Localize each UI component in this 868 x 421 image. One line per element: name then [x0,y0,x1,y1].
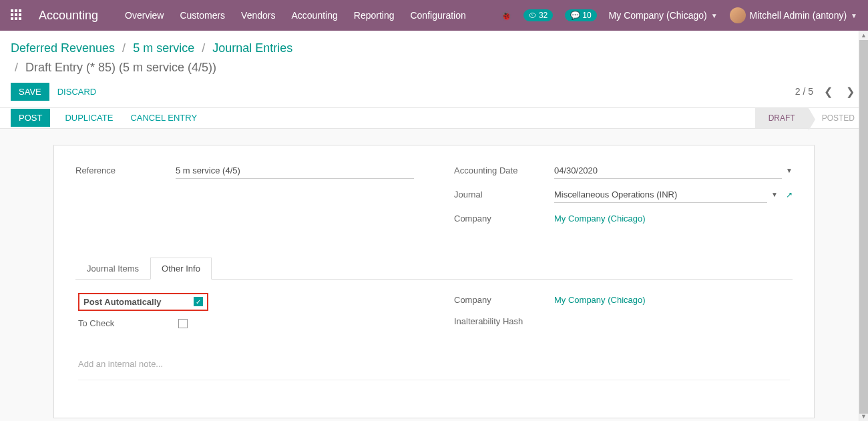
status-draft[interactable]: DRAFT [755,108,809,128]
breadcrumb-deferred-revenues[interactable]: Deferred Revenues [11,41,115,55]
message-badge[interactable]: 💬 10 [565,9,596,21]
breadcrumb-journal-entries[interactable]: Journal Entries [212,41,292,55]
external-link-icon[interactable]: ↗ [786,190,793,199]
form-background: Reference Accounting Date ▼ Journal [0,129,868,421]
hash-label: Inalterability Hash [454,316,554,326]
menu-overview[interactable]: Overview [125,10,164,21]
app-name[interactable]: Accounting [39,9,98,23]
scrollbar[interactable]: ▲ ▼ [859,31,868,421]
other-company-label: Company [454,295,554,305]
tab-other-info[interactable]: Other Info [150,258,212,280]
form-sheet: Reference Accounting Date ▼ Journal [53,145,815,418]
accounting-date-label: Accounting Date [454,165,554,175]
apps-icon[interactable] [11,9,23,21]
tab-header: Journal Items Other Info [75,258,793,280]
main-menu: Overview Customers Vendors Accounting Re… [125,10,501,21]
pager-next-icon[interactable]: ❯ [843,85,857,98]
statusbar: DRAFT POSTED [755,108,868,128]
scroll-up-icon[interactable]: ▲ [859,31,868,40]
post-automatically-highlight: Post Automatically ✓ [78,293,208,311]
chevron-down-icon[interactable]: ▼ [771,191,778,198]
to-check-label: To Check [78,318,178,328]
cancel-entry-button[interactable]: CANCEL ENTRY [128,109,200,127]
avatar [730,7,746,23]
top-navbar: Accounting Overview Customers Vendors Ac… [0,0,868,31]
company-label: Company [454,214,554,224]
company-switcher[interactable]: My Company (Chicago) ▼ [609,10,718,21]
menu-configuration[interactable]: Configuration [410,10,465,21]
debug-icon[interactable]: 🐞 [501,11,511,21]
message-count: 10 [582,11,591,20]
control-panel: Deferred Revenues / 5 m service / Journa… [0,31,868,108]
scroll-down-icon[interactable]: ▼ [859,412,868,421]
pager-text: 2 / 5 [795,86,813,97]
pager-prev-icon[interactable]: ❮ [821,85,835,98]
chevron-down-icon: ▼ [851,12,857,19]
breadcrumb: Deferred Revenues / 5 m service / Journa… [11,39,857,77]
company-name: My Company (Chicago) [609,10,707,21]
reference-label: Reference [75,165,176,175]
internal-note-input[interactable]: Add an internal note... [78,359,790,380]
breadcrumb-5m-service[interactable]: 5 m service [133,41,194,55]
discard-button[interactable]: DISCARD [55,83,99,101]
tab-other-info-content: Post Automatically ✓ To Check Company My… [75,280,793,387]
menu-customers[interactable]: Customers [180,10,225,21]
breadcrumb-separator: / [15,61,18,74]
user-menu[interactable]: Mitchell Admin (antony) ▼ [730,7,857,23]
user-name: Mitchell Admin (antony) [750,10,847,21]
scrollbar-thumb[interactable] [859,40,868,414]
to-check-checkbox[interactable] [178,319,188,328]
chevron-down-icon[interactable]: ▼ [786,167,793,174]
action-bar: POST DUPLICATE CANCEL ENTRY DRAFT POSTED [0,108,868,129]
reference-input[interactable] [176,163,414,179]
breadcrumb-separator: / [122,41,126,55]
post-automatically-label: Post Automatically [83,297,194,307]
chevron-down-icon: ▼ [711,12,718,19]
journal-label: Journal [454,189,554,199]
other-company-link[interactable]: My Company (Chicago) [554,295,646,305]
menu-vendors[interactable]: Vendors [241,10,275,21]
notebook: Journal Items Other Info Post Automatica… [75,258,793,387]
company-link[interactable]: My Company (Chicago) [554,214,646,224]
save-button[interactable]: SAVE [11,83,49,101]
accounting-date-input[interactable] [554,163,782,179]
breadcrumb-current: Draft Entry (* 85) (5 m service (4/5)) [25,61,216,74]
post-automatically-checkbox[interactable]: ✓ [194,297,203,306]
clock-icon: ⏲ [529,11,537,20]
navbar-right: 🐞 ⏲ 32 💬 10 My Company (Chicago) ▼ Mitch… [501,7,857,23]
activity-badge[interactable]: ⏲ 32 [523,9,553,21]
activity-count: 32 [539,11,548,20]
duplicate-button[interactable]: DUPLICATE [62,109,116,127]
menu-reporting[interactable]: Reporting [354,10,395,21]
journal-input[interactable] [554,187,767,203]
tab-journal-items[interactable]: Journal Items [75,258,150,280]
menu-accounting[interactable]: Accounting [291,10,337,21]
breadcrumb-separator: / [202,41,205,55]
post-button[interactable]: POST [11,109,50,127]
chat-icon: 💬 [570,11,580,20]
